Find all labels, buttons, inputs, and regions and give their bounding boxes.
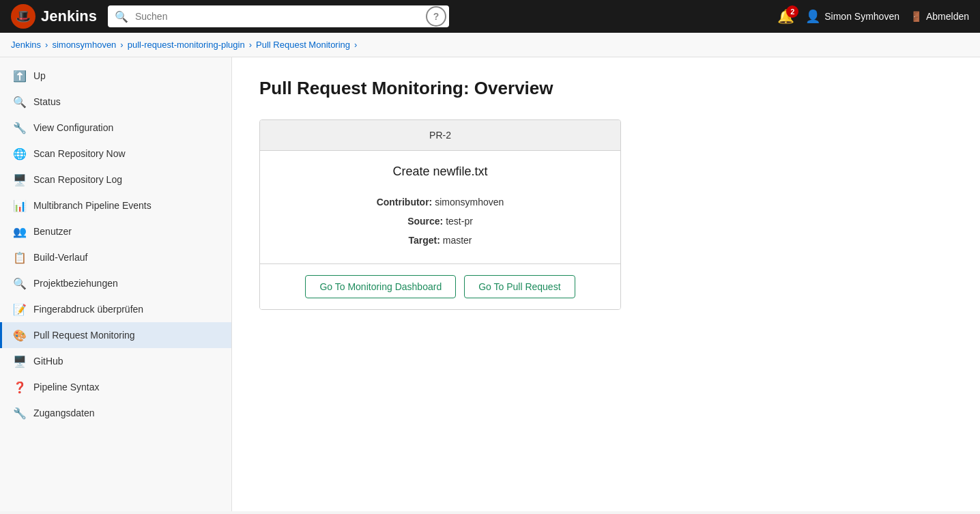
sidebar-item-multibranch-pipeline-events[interactable]: 📊 Multibranch Pipeline Events [0, 192, 231, 218]
notifications-bell[interactable]: 🔔 2 [777, 8, 794, 25]
sidebar-label-up: Up [33, 70, 46, 81]
sidebar-item-projektbeziehungen[interactable]: 🔍 Projektbeziehungen [0, 270, 231, 296]
pr-card: PR-2 Create newfile.txt Contributor: sim… [259, 119, 621, 310]
sidebar-label-multibranch-pipeline-events: Multibranch Pipeline Events [33, 200, 152, 211]
sidebar-icon-scan-repository-log: 🖥️ [13, 173, 27, 186]
sidebar-icon-pipeline-syntax: ❓ [13, 380, 27, 394]
pr-card-header: PR-2 [260, 120, 620, 151]
logout-label: Abmelden [926, 11, 969, 22]
sidebar-label-zugangsdaten: Zugangsdaten [33, 408, 95, 418]
sidebar-item-up[interactable]: ⬆️ Up [0, 63, 231, 89]
sidebar-icon-fingerabdruck: 📝 [13, 302, 27, 316]
go-to-monitoring-dashboard-button[interactable]: Go To Monitoring Dashboard [305, 275, 456, 298]
logout-button[interactable]: 🚪 Abmelden [910, 11, 969, 22]
sidebar-item-view-configuration[interactable]: 🔧 View Configuration [0, 115, 231, 141]
breadcrumb-sep-3: › [249, 40, 252, 50]
search-input[interactable] [135, 5, 426, 27]
sidebar-label-pipeline-syntax: Pipeline Syntax [33, 382, 100, 392]
contributor-value: simonsymhoven [435, 197, 504, 208]
sidebar-item-zugangsdaten[interactable]: 🔧 Zugangsdaten [0, 400, 231, 426]
sidebar-label-view-configuration: View Configuration [33, 122, 113, 133]
search-box: 🔍 ? [108, 5, 449, 27]
sidebar-label-benutzer: Benutzer [33, 226, 72, 237]
contributor-label: Contributor: [377, 197, 433, 208]
breadcrumb-sep-4: › [354, 40, 357, 50]
sidebar-label-build-verlauf: Build-Verlauf [33, 252, 87, 263]
sidebar-label-pull-request-monitoring: Pull Request Monitoring [33, 330, 135, 341]
search-help-icon[interactable]: ? [426, 6, 446, 27]
breadcrumb-simonsymhoven[interactable]: simonsymhoven [52, 40, 116, 50]
main-content: Pull Request Monitoring: Overview PR-2 C… [232, 57, 980, 511]
sidebar-label-status: Status [33, 96, 61, 107]
sidebar-icon-build-verlauf: 📋 [13, 251, 27, 264]
jenkins-logo-icon: 🎩 [11, 4, 35, 29]
pr-card-footer: Go To Monitoring Dashboard Go To Pull Re… [260, 264, 620, 309]
sidebar-label-fingerabdruck: Fingerabdruck überprüfen [33, 304, 143, 315]
sidebar-icon-github: 🖥️ [13, 354, 27, 368]
pr-card-title: Create newfile.txt [276, 165, 604, 179]
sidebar-label-scan-repository-now: Scan Repository Now [33, 148, 126, 159]
sidebar-item-status[interactable]: 🔍 Status [0, 89, 231, 115]
target-value: master [443, 235, 472, 246]
pr-card-meta: Contributor: simonsymhoven Source: test-… [276, 192, 604, 250]
sidebar: ⬆️ Up 🔍 Status 🔧 View Configuration 🌐 Sc… [0, 57, 232, 511]
breadcrumb-jenkins[interactable]: Jenkins [11, 40, 41, 50]
breadcrumb-current: Pull Request Monitoring [256, 40, 350, 50]
breadcrumb-sep-1: › [45, 40, 48, 50]
sidebar-icon-multibranch-pipeline-events: 📊 [13, 199, 27, 212]
sidebar-icon-view-configuration: 🔧 [13, 121, 27, 134]
user-name: Simon Symhoven [824, 11, 899, 22]
sidebar-item-github[interactable]: 🖥️ GitHub [0, 348, 231, 374]
sidebar-item-fingerabdruck[interactable]: 📝 Fingerabdruck überprüfen [0, 296, 231, 322]
source-label: Source: [407, 216, 443, 227]
sidebar-icon-up: ⬆️ [13, 69, 27, 83]
sidebar-icon-pull-request-monitoring: 🎨 [13, 328, 27, 342]
sidebar-item-pipeline-syntax[interactable]: ❓ Pipeline Syntax [0, 374, 231, 400]
sidebar-icon-projektbeziehungen: 🔍 [13, 276, 27, 290]
sidebar-icon-benutzer: 👥 [13, 225, 27, 238]
sidebar-icon-scan-repository-now: 🌐 [13, 147, 27, 160]
jenkins-logo-text: Jenkins [41, 8, 97, 25]
sidebar-icon-status: 🔍 [13, 95, 27, 109]
sidebar-icon-zugangsdaten: 🔧 [13, 406, 27, 420]
sidebar-item-pull-request-monitoring[interactable]: 🎨 Pull Request Monitoring [0, 322, 231, 348]
breadcrumb-plugin[interactable]: pull-request-monitoring-plugin [128, 40, 245, 50]
pr-contributor: Contributor: simonsymhoven [276, 192, 604, 212]
navbar-right: 🔔 2 👤 Simon Symhoven 🚪 Abmelden [777, 8, 969, 25]
search-icon: 🔍 [108, 10, 135, 23]
sidebar-item-scan-repository-now[interactable]: 🌐 Scan Repository Now [0, 141, 231, 167]
pr-target: Target: master [276, 231, 604, 250]
breadcrumb-sep-2: › [120, 40, 123, 50]
navbar: 🎩 Jenkins 🔍 ? 🔔 2 👤 Simon Symhoven 🚪 Abm… [0, 0, 980, 33]
go-to-pull-request-button[interactable]: Go To Pull Request [464, 275, 575, 298]
pr-card-body: Create newfile.txt Contributor: simonsym… [260, 151, 620, 264]
sidebar-label-scan-repository-log: Scan Repository Log [33, 174, 122, 185]
user-icon: 👤 [805, 9, 820, 24]
source-value: test-pr [446, 216, 473, 227]
sidebar-label-projektbeziehungen: Projektbeziehungen [33, 278, 118, 289]
breadcrumb: Jenkins › simonsymhoven › pull-request-m… [0, 33, 980, 57]
sidebar-item-build-verlauf[interactable]: 📋 Build-Verlauf [0, 244, 231, 270]
sidebar-item-scan-repository-log[interactable]: 🖥️ Scan Repository Log [0, 167, 231, 192]
user-menu[interactable]: 👤 Simon Symhoven [805, 9, 899, 24]
notification-badge: 2 [786, 5, 798, 18]
target-label: Target: [408, 235, 439, 246]
sidebar-item-benutzer[interactable]: 👥 Benutzer [0, 218, 231, 244]
layout: ⬆️ Up 🔍 Status 🔧 View Configuration 🌐 Sc… [0, 57, 980, 511]
jenkins-logo[interactable]: 🎩 Jenkins [11, 4, 97, 29]
logout-icon: 🚪 [910, 11, 922, 22]
sidebar-label-github: GitHub [33, 356, 63, 367]
pr-source: Source: test-pr [276, 212, 604, 231]
page-title: Pull Request Monitoring: Overview [259, 78, 953, 99]
